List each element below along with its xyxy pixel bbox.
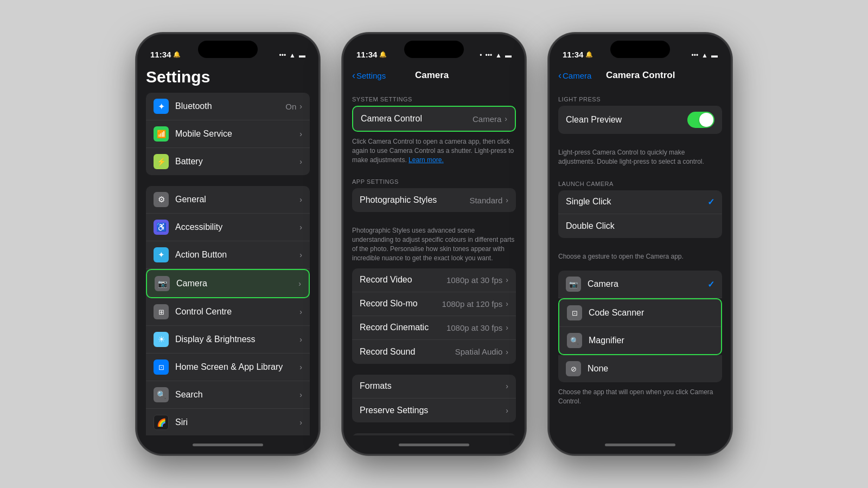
battery-row[interactable]: ⚡ Battery › (146, 148, 310, 175)
home-bar-2 (399, 444, 469, 446)
app-camera-icon: 📷 (566, 277, 581, 292)
clean-preview-desc: Light-press Camera Control to quickly ma… (550, 145, 731, 172)
app-options-container: 📷 Camera ✓ ⊡ Code Scanner (558, 271, 722, 382)
settings-page-title: Settings (137, 63, 318, 93)
toggle-knob-clean (699, 113, 713, 127)
home-screen-label: Home Screen & App Library (175, 362, 299, 372)
bluetooth-label: Bluetooth (175, 101, 285, 111)
bell-icon-3: 🔔 (585, 51, 593, 58)
photo-styles-desc: Photographic Styles uses advanced scene … (343, 223, 525, 268)
double-click-row[interactable]: Double Click (558, 214, 722, 238)
wifi-icon-2: ▲ (495, 52, 502, 59)
photo-styles-label: Photographic Styles (360, 195, 469, 205)
volume-up-button-3[interactable] (548, 110, 550, 132)
search-row[interactable]: 🔍 Search › (146, 381, 310, 409)
camera-screen: 11:34 🔔 • ••• ▲ ▬ ‹ Settings Camera (343, 34, 525, 454)
camera-back-button[interactable]: ‹ Settings (352, 70, 386, 80)
learn-more-link[interactable]: Learn more. (409, 156, 444, 164)
clean-preview-toggle[interactable] (687, 112, 714, 128)
camera-scroll[interactable]: SYSTEM SETTINGS Camera Control Camera › … (343, 87, 525, 435)
code-scanner-row[interactable]: ⊡ Code Scanner (559, 299, 721, 327)
display-brightness-icon: ☀ (154, 332, 169, 347)
volume-down-button[interactable] (136, 137, 137, 159)
action-button-row[interactable]: ✦ Action Button › (146, 241, 310, 269)
record-cinematic-row[interactable]: Record Cinematic 1080p at 30 fps › (352, 316, 516, 340)
control-centre-row[interactable]: ⊞ Control Centre › (146, 298, 310, 326)
mobile-service-icon: 📶 (154, 126, 169, 142)
home-indicator-1 (137, 435, 318, 454)
record-slomo-value: 1080p at 120 fps (442, 299, 503, 309)
control-centre-chevron: › (299, 307, 302, 316)
silent-button-2[interactable] (342, 88, 343, 105)
home-screen-row[interactable]: ⊡ Home Screen & App Library › (146, 354, 310, 381)
cc-back-button[interactable]: ‹ Camera (558, 70, 591, 80)
preserve-settings-row[interactable]: Preserve Settings › (352, 399, 516, 422)
silent-button-3[interactable] (548, 88, 550, 105)
dynamic-island-2 (404, 41, 464, 58)
wifi-icon-3: ▲ (701, 52, 708, 59)
volume-up-button[interactable] (136, 110, 137, 132)
power-button-2[interactable] (525, 121, 526, 153)
camera-app-group: Photographic Styles Standard › (352, 188, 516, 212)
record-video-row[interactable]: Record Video 1080p at 30 fps › (352, 268, 516, 292)
record-video-label: Record Video (360, 275, 446, 285)
volume-up-button-2[interactable] (342, 110, 343, 132)
general-label: General (175, 195, 299, 204)
cc-nav-title: Camera Control (591, 70, 690, 81)
siri-chevron: › (299, 418, 302, 427)
mobile-service-label: Mobile Service (175, 129, 299, 139)
camera-control-row[interactable]: Camera Control Camera › (353, 107, 515, 131)
preserve-settings-chevron: › (506, 406, 508, 415)
general-row[interactable]: ⚙ General › (146, 186, 310, 214)
volume-burst-row[interactable]: Use Volume Up for Burst (352, 433, 516, 435)
search-label: Search (175, 390, 299, 400)
battery-icon: ⚡ (154, 154, 169, 169)
siri-row[interactable]: 🌈 Siri › (146, 409, 310, 435)
settings-scroll[interactable]: ✦ Bluetooth On › 📶 Mobile Service › (137, 93, 318, 435)
code-scanner-label: Code Scanner (589, 308, 713, 318)
action-button-chevron: › (299, 251, 302, 259)
silent-button[interactable] (136, 88, 137, 105)
mobile-service-row[interactable]: 📶 Mobile Service › (146, 120, 310, 148)
status-time-3: 11:34 🔔 (563, 50, 593, 59)
magnifier-icon: 🔍 (567, 333, 582, 348)
record-slomo-row[interactable]: Record Slo-mo 1080p at 120 fps › (352, 292, 516, 316)
power-button-3[interactable] (731, 121, 732, 153)
bluetooth-row[interactable]: ✦ Bluetooth On › (146, 93, 310, 120)
app-camera-row[interactable]: 📷 Camera ✓ (558, 271, 722, 298)
gesture-desc: Choose a gesture to open the Camera app. (550, 249, 731, 267)
camera-row[interactable]: 📷 Camera › (146, 269, 310, 298)
dots-icon-3: ••• (692, 52, 699, 59)
status-icons-2: • ••• ▲ ▬ (480, 52, 512, 59)
volume-down-button-3[interactable] (548, 137, 550, 159)
power-button[interactable] (318, 121, 320, 153)
home-screen-icon: ⊡ (154, 359, 169, 375)
preserve-settings-label: Preserve Settings (360, 406, 506, 415)
volume-down-button-2[interactable] (342, 137, 343, 159)
formats-chevron: › (506, 382, 508, 390)
camera-row-icon: 📷 (155, 276, 170, 291)
photo-styles-value: Standard (469, 196, 502, 205)
control-centre-icon: ⊞ (154, 304, 169, 319)
record-slomo-label: Record Slo-mo (360, 299, 442, 309)
accessibility-row[interactable]: ♿ Accessibility › (146, 214, 310, 241)
cc-scroll[interactable]: LIGHT PRESS Clean Preview Light-press Ca… (550, 87, 731, 435)
photo-styles-row[interactable]: Photographic Styles Standard › (352, 188, 516, 212)
app-settings-label: APP SETTINGS (343, 170, 525, 188)
phone-1-wrapper: 11:34 🔔 ••• ▲ ▬ Settings ✦ (136, 33, 320, 455)
battery-chevron: › (299, 157, 302, 166)
single-click-row[interactable]: Single Click ✓ (558, 190, 722, 214)
home-bar-3 (605, 444, 675, 446)
magnifier-row[interactable]: 🔍 Magnifier (559, 327, 721, 354)
bell-icon-1: 🔔 (173, 51, 181, 58)
camera-nav-title: Camera (386, 70, 478, 81)
app-none-row[interactable]: ⊘ None (558, 355, 722, 382)
camera-formats-group: Formats › Preserve Settings › (352, 375, 516, 422)
formats-row[interactable]: Formats › (352, 375, 516, 399)
camera-control-label: Camera Control (361, 114, 473, 124)
clean-preview-row[interactable]: Clean Preview (558, 106, 722, 134)
display-brightness-row[interactable]: ☀ Display & Brightness › (146, 326, 310, 354)
bluetooth-value: On (285, 102, 296, 111)
record-sound-row[interactable]: Record Sound Spatial Audio › (352, 340, 516, 364)
app-camera-label: Camera (588, 279, 707, 289)
